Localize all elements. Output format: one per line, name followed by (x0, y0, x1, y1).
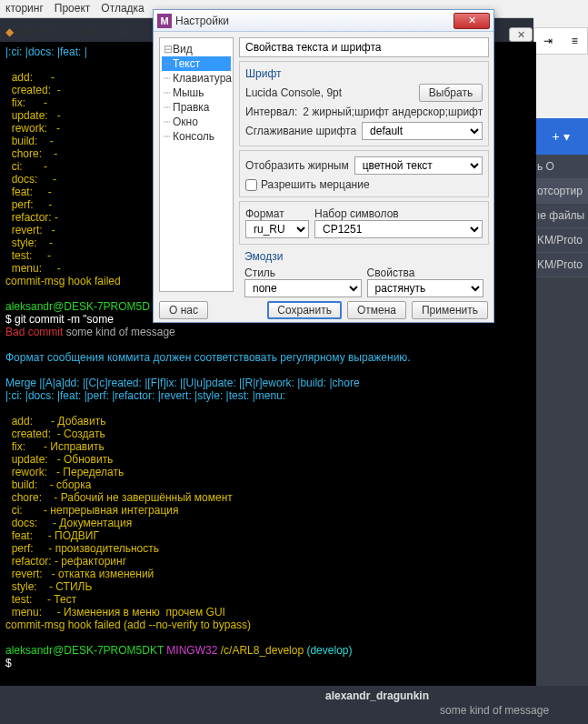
bold-select[interactable]: цветной текст (354, 156, 483, 175)
menu-project[interactable]: Проект (55, 2, 91, 15)
commit-bar: alexandr_dragunkin some kind of message (0, 686, 588, 724)
charset-select[interactable]: CP1251 (314, 220, 483, 238)
exit-icon[interactable]: ⇥ (543, 35, 553, 47)
apply-button[interactable]: Применить (412, 301, 488, 319)
menu-refactoring[interactable]: кторинг (5, 2, 44, 15)
style-label: Стиль (244, 266, 362, 279)
commit-author: alexandr_dragunkin (0, 686, 436, 724)
app-icon: M (157, 14, 172, 28)
format-label: Формат (245, 207, 309, 220)
ci-line: |:ci: |docs: |feat: |perf: |refactor: |r… (5, 389, 285, 402)
props-select[interactable]: растянуть (367, 279, 484, 297)
tree-item-mouse[interactable]: Мышь (162, 85, 231, 100)
hook-fail: commit-msg hook failed (add --no-verify … (5, 618, 251, 631)
bad-commit: Bad commit (5, 326, 63, 338)
emoji-group: Эмодзи Стиль none Свойства растянуть (239, 248, 489, 299)
style-select[interactable]: none (244, 279, 362, 297)
side-rows: ь О отсортир ıе файлы KM/Proto KM/Proto (533, 155, 588, 277)
side-panel (533, 0, 588, 724)
tree-item-edit[interactable]: Правка (162, 100, 231, 115)
merge-line: Merge |[A|a]dd: |[C|c]reated: |[F|f]ix: … (5, 377, 360, 389)
side-add-button[interactable]: + ▾ (533, 118, 588, 155)
terminal-tab-title: MINGW32:/c/ARL8_deve (17, 25, 140, 38)
font-value: Lucida Console, 9pt (245, 86, 414, 99)
settings-dialog: M Настройки ✕ Вид Текст Клавиатура Мышь … (153, 9, 494, 323)
format-select[interactable]: ru_RU (245, 220, 309, 238)
cancel-button[interactable]: Отмена (347, 301, 406, 319)
toolbar-icons: ⇥ ≡ (533, 27, 588, 55)
format-group: Формат ru_RU Набор символов CP1251 (239, 201, 489, 245)
interval-value: 2 жирный;шрифт андерскор;шрифт (303, 106, 483, 118)
side-row[interactable]: отсортир (533, 179, 588, 204)
tab-close-button[interactable]: ✕ (509, 27, 533, 42)
panel-title: Свойства текста и шрифта (239, 37, 489, 57)
emoji-heading: Эмодзи (244, 250, 483, 263)
prompt-cursor: $ (5, 657, 15, 669)
side-row[interactable]: KM/Proto (533, 228, 588, 253)
prompt-user: aleksandr@DESK-7PROM5D (5, 300, 150, 313)
tree-item-console[interactable]: Консоль (162, 129, 231, 144)
interval-label: Интервал: (245, 106, 297, 118)
terminal-icon: ◆ (5, 25, 14, 38)
flicker-label: Разрешить мерцание (261, 178, 370, 191)
charset-label: Набор символов (314, 207, 483, 220)
terminal-cmd: $ git commit -m "some (5, 313, 116, 326)
side-row[interactable]: ıе файлы (533, 204, 588, 228)
dialog-title: Настройки (175, 15, 453, 27)
tree-item-view[interactable]: Вид (162, 42, 231, 56)
choose-font-button[interactable]: Выбрать (419, 84, 483, 102)
prompt-user: aleksandr@DESK-7PROM5DKT (5, 644, 164, 657)
flicker-checkbox[interactable] (245, 179, 257, 191)
side-row[interactable]: ь О (533, 155, 588, 179)
terminal-line: |:ci: |docs: |feat: | (5, 45, 87, 58)
props-label: Свойства (367, 266, 484, 279)
close-button[interactable]: ✕ (453, 13, 490, 29)
menu-debug[interactable]: Отладка (101, 2, 144, 15)
smoothing-select[interactable]: default (362, 122, 483, 140)
terminal-tab[interactable]: ◆ MINGW32:/c/ARL8_deve (5, 25, 140, 38)
commit-message: some kind of message (436, 686, 588, 724)
bold-group: Отобразить жирным цветной текст Разрешит… (239, 150, 489, 197)
save-button[interactable]: Сохранить (267, 301, 342, 319)
bold-label: Отобразить жирным (245, 159, 349, 172)
about-button[interactable]: О нас (159, 301, 208, 319)
equals-icon[interactable]: ≡ (572, 35, 578, 47)
font-heading: Шрифт (245, 67, 483, 80)
tree-item-window[interactable]: Окно (162, 115, 231, 129)
settings-tree[interactable]: Вид Текст Клавиатура Мышь Правка Окно Ко… (159, 37, 234, 292)
bad-commit-msg: some kind of message (63, 326, 174, 338)
format-msg: Формат сообщения коммита должен соответс… (5, 351, 411, 364)
tree-item-text[interactable]: Текст (162, 56, 231, 71)
side-row[interactable]: KM/Proto (533, 253, 588, 277)
font-group: Шрифт Lucida Console, 9pt Выбрать Интерв… (239, 61, 489, 146)
smoothing-label: Сглаживание шрифта (245, 125, 356, 137)
tree-item-keyboard[interactable]: Клавиатура (162, 71, 231, 85)
dialog-titlebar[interactable]: M Настройки ✕ (154, 10, 493, 32)
prompt-path: /c/ARL8_develop (217, 644, 304, 657)
hook-fail: commit-msg hook failed (5, 275, 121, 287)
prompt-host: MINGW32 (164, 644, 217, 657)
prompt-branch: (develop) (304, 644, 352, 657)
